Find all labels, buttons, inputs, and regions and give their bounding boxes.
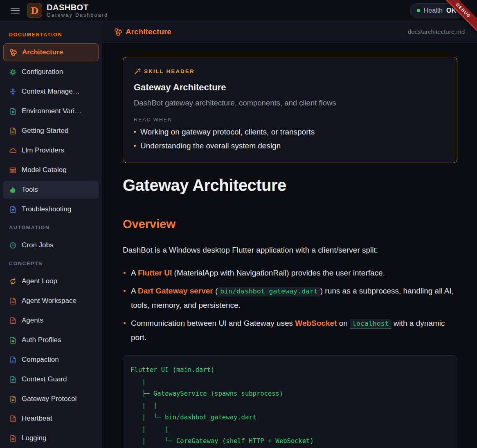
sidebar-item-troubleshooting[interactable]: Troubleshooting xyxy=(3,200,99,218)
bullet-dot-icon xyxy=(124,322,126,324)
sidebar-item-gateway-protocol[interactable]: Gateway Protocol xyxy=(3,390,99,408)
read-when-item: Understanding the overall system design xyxy=(134,141,446,150)
sidebar-item-label: Llm Providers xyxy=(22,146,64,155)
sidebar-item-label: Context Manage… xyxy=(22,87,80,96)
article-title: Gateway Architecture xyxy=(123,176,457,195)
skill-header-card: SKILL HEADER Gateway Architecture DashBo… xyxy=(123,57,457,163)
clock-icon xyxy=(9,242,16,249)
architecture-tree-code-block: Flutter UI (main.dart) | ├─ GatewayServi… xyxy=(123,355,457,448)
top-bar: D DASHBOT Gateway Dashboard Health OK xyxy=(0,0,477,21)
overview-bullet-list: A Flutter UI (MaterialApp with Navigatio… xyxy=(123,266,457,345)
text-segment: A xyxy=(131,269,138,277)
sidebar-item-getting-started[interactable]: Getting Started xyxy=(3,122,99,140)
list-item: Communication between UI and Gateway use… xyxy=(123,316,457,345)
app-title: DASHBOT xyxy=(47,3,108,12)
sidebar-item-label: Troubleshooting xyxy=(22,205,71,213)
sidebar-item-label: Tools xyxy=(22,186,38,194)
flowchart-icon xyxy=(115,28,122,36)
sidebar-item-model-catalog[interactable]: Model Catalog xyxy=(3,161,99,179)
text-segment-strong: Dart Gateway server xyxy=(138,287,213,295)
gear-icon xyxy=(9,69,16,76)
puzzle-icon xyxy=(9,186,16,193)
sidebar-item-label: Gateway Protocol xyxy=(22,395,76,403)
loop-icon xyxy=(9,278,16,285)
sidebar-item-agent-workspace[interactable]: Agent Workspace xyxy=(3,292,99,310)
read-when-label: READ WHEN xyxy=(134,116,446,123)
skill-card-title: Gateway Architecture xyxy=(134,82,446,93)
sidebar-item-label: Agents xyxy=(22,316,43,325)
file-icon xyxy=(9,108,16,115)
sidebar-item-label: Agent Loop xyxy=(22,277,57,285)
inline-code: bin/dashbot_gateway.dart xyxy=(218,287,320,296)
read-when-text: Understanding the overall system design xyxy=(140,141,281,150)
code-line: | | xyxy=(130,423,457,435)
sidebar-item-cron-jobs[interactable]: Cron Jobs xyxy=(3,236,99,254)
sidebar-item-architecture[interactable]: Architecture xyxy=(3,43,99,61)
sidebar-item-label: Architecture xyxy=(22,48,63,56)
sidebar-item-context-guard[interactable]: Context Guard xyxy=(3,370,99,388)
bullet-dot-icon xyxy=(134,145,136,147)
table-icon xyxy=(9,167,16,174)
sidebar-item-tools[interactable]: Tools xyxy=(3,181,99,199)
file-icon xyxy=(9,317,16,324)
sidebar-item-llm-providers[interactable]: Llm Providers xyxy=(3,141,99,159)
read-when-item: Working on gateway protocol, clients, or… xyxy=(134,128,446,137)
sidebar-item-agents[interactable]: Agents xyxy=(3,311,99,329)
read-when-text: Working on gateway protocol, clients, or… xyxy=(140,128,315,137)
sidebar-item-label: Getting Started xyxy=(22,127,68,135)
sidebar-item-context-management[interactable]: Context Manage… xyxy=(3,83,99,101)
sidebar-item-label: Cron Jobs xyxy=(22,241,53,249)
skill-header-tag: SKILL HEADER xyxy=(144,68,195,74)
bullet-dot-icon xyxy=(124,290,126,292)
code-line: | | xyxy=(130,400,457,412)
sidebar-item-compaction[interactable]: Compaction xyxy=(3,351,99,369)
sidebar-item-auth-profiles[interactable]: Auth Profiles xyxy=(3,331,99,349)
sidebar-item-label: Heartbeat xyxy=(22,414,52,423)
breadcrumb: Architecture xyxy=(115,27,171,36)
app-subtitle: Gateway Dashboard xyxy=(47,12,108,18)
file-icon xyxy=(9,128,16,134)
skill-card-description: DashBot gateway architecture, components… xyxy=(134,99,446,108)
sidebar-item-agent-loop[interactable]: Agent Loop xyxy=(3,272,99,290)
text-segment: Communication between UI and Gateway use… xyxy=(131,319,295,327)
vertical-align-icon xyxy=(9,88,16,95)
file-icon xyxy=(9,206,16,213)
sidebar-section-documentation: DOCUMENTATION xyxy=(9,32,93,38)
text-segment: A xyxy=(131,287,138,295)
sidebar-item-label: Logging xyxy=(22,434,47,442)
sidebar-section-automation: AUTOMATION xyxy=(9,225,93,231)
content-scroll[interactable]: SKILL HEADER Gateway Architecture DashBo… xyxy=(102,43,477,448)
debug-ribbon-corner: DEBUG xyxy=(439,0,477,38)
code-line: | └─ bin/dashbot_gateway.dart xyxy=(130,412,457,423)
debug-ribbon: DEBUG xyxy=(440,0,477,34)
sidebar-item-label: Context Guard xyxy=(22,375,67,383)
hamburger-menu-icon[interactable] xyxy=(11,8,20,13)
bullet-dot-icon xyxy=(124,272,126,274)
file-icon xyxy=(9,435,16,442)
health-dot-icon xyxy=(417,9,420,12)
sidebar-item-label: Environment Vari… xyxy=(22,107,81,115)
text-segment: (MaterialApp with NavigationRail) provid… xyxy=(172,269,385,277)
sidebar-item-configuration[interactable]: Configuration xyxy=(3,63,99,81)
file-icon xyxy=(9,415,16,422)
section-heading-overview: Overview xyxy=(123,217,457,231)
page-title: Architecture xyxy=(126,27,171,36)
sidebar-item-logging[interactable]: Logging xyxy=(3,429,99,447)
text-segment: on xyxy=(337,319,350,327)
list-item: A Dart Gateway server (bin/dashbot_gatew… xyxy=(123,284,457,312)
sidebar-item-heartbeat[interactable]: Heartbeat xyxy=(3,410,99,428)
sidebar: DOCUMENTATION Architecture Configuration… xyxy=(0,21,102,448)
cloud-icon xyxy=(9,147,16,154)
code-line: Flutter UI (main.dart) xyxy=(130,364,457,376)
sidebar-item-environment-variables[interactable]: Environment Vari… xyxy=(3,102,99,120)
sidebar-item-label: Agent Workspace xyxy=(22,297,76,305)
magic-wand-icon xyxy=(134,68,141,75)
sidebar-item-label: Configuration xyxy=(22,68,63,76)
bullet-dot-icon xyxy=(134,131,136,133)
code-line: ├─ GatewayService (spawns subprocess) xyxy=(130,388,457,400)
flowchart-icon xyxy=(10,49,17,56)
inline-code: localhost xyxy=(350,319,391,329)
sidebar-item-label: Model Catalog xyxy=(22,166,67,174)
content-header: Architecture docs\architecture.md xyxy=(102,21,477,43)
code-line: | └─ CoreGateway (shelf HTTP + WebSocket… xyxy=(130,435,457,447)
